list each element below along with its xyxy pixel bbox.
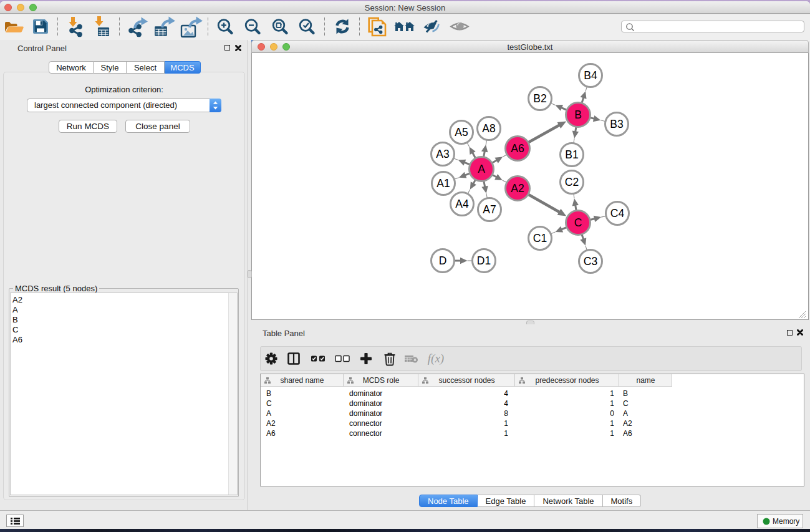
svg-text:C2: C2 (565, 176, 579, 188)
svg-text:C1: C1 (533, 232, 547, 244)
svg-text:C3: C3 (584, 255, 597, 268)
svg-text:C4: C4 (610, 207, 625, 220)
svg-text:A2: A2 (511, 182, 524, 195)
svg-text:f(x): f(x) (428, 352, 444, 365)
svg-text:A4: A4 (455, 198, 469, 210)
svg-text:A: A (478, 163, 485, 175)
svg-text:D1: D1 (477, 254, 491, 267)
svg-text:C: C (574, 216, 582, 229)
svg-text:B3: B3 (610, 118, 623, 130)
svg-text:B: B (574, 109, 582, 121)
svg-text:D: D (439, 254, 447, 267)
svg-text:A7: A7 (483, 203, 496, 216)
svg-text:B2: B2 (533, 92, 546, 105)
svg-text:A8: A8 (482, 122, 495, 135)
svg-text:A5: A5 (455, 126, 468, 138)
svg-text:A3: A3 (436, 148, 449, 160)
svg-text:A6: A6 (511, 142, 524, 155)
svg-text:B1: B1 (565, 148, 578, 161)
svg-text:A1: A1 (436, 177, 450, 190)
svg-text:B4: B4 (584, 69, 597, 82)
